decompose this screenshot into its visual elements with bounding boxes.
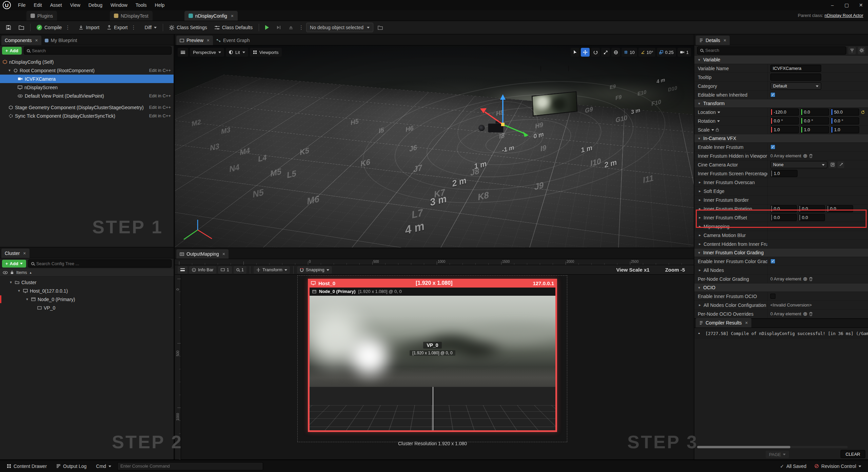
unreal-logo-icon[interactable]: U bbox=[3, 1, 11, 9]
close-icon[interactable]: × bbox=[724, 38, 726, 43]
expander-icon[interactable]: ▸ bbox=[698, 180, 702, 184]
expander-icon[interactable]: ▸ bbox=[698, 242, 702, 246]
monitor-count-button[interactable]: 1 bbox=[218, 266, 232, 274]
menu-asset[interactable]: Asset bbox=[46, 0, 66, 10]
debug-object-dropdown[interactable]: No debug object selected bbox=[306, 23, 373, 32]
tree-row-self[interactable]: nDisplayConfig (Self) bbox=[0, 58, 174, 66]
menu-debug[interactable]: Debug bbox=[85, 0, 106, 10]
expander-icon[interactable]: ▸ bbox=[698, 268, 702, 272]
lit-dropdown[interactable]: Lit bbox=[226, 48, 248, 57]
host-header[interactable]: Host_0 [1.920 x 1.080] 127.0.0.1 bbox=[308, 279, 557, 288]
enable-ocio-checkbox[interactable] bbox=[770, 294, 775, 299]
eject-button[interactable] bbox=[285, 22, 296, 33]
tree-row-vp0[interactable]: VP_0 bbox=[0, 303, 174, 312]
close-tab-icon[interactable]: × bbox=[231, 13, 234, 19]
outputmapping-canvas[interactable]: 0 500 1000 Host_0 [1.920 x 1.080] 127.0.… bbox=[175, 275, 694, 459]
scale-y-field[interactable]: 1.0 bbox=[801, 126, 829, 133]
lock-icon[interactable] bbox=[716, 128, 719, 132]
section-in-camera-vfx[interactable]: ▾In-Camera VFX bbox=[694, 134, 868, 143]
rotation-snap-toggle[interactable]: 10° bbox=[638, 48, 656, 57]
add-cluster-item-button[interactable]: +Add bbox=[2, 260, 26, 268]
page-dropdown[interactable]: PAGE bbox=[766, 451, 789, 458]
tab-my-blueprint[interactable]: My Blueprint bbox=[41, 36, 81, 45]
display-filter-button[interactable] bbox=[848, 47, 856, 54]
om-menu-button[interactable] bbox=[178, 266, 188, 274]
rotation-y-field[interactable]: 0.0 ° bbox=[801, 117, 829, 124]
select-tool[interactable] bbox=[571, 48, 579, 57]
move-tool[interactable] bbox=[581, 48, 590, 57]
close-icon[interactable]: ✕ bbox=[854, 0, 868, 10]
frame-skip-button[interactable] bbox=[273, 22, 284, 33]
chevron-down-icon[interactable] bbox=[717, 120, 720, 123]
edit-in-cpp-link[interactable]: Edit in C++ bbox=[149, 113, 171, 118]
trash-icon[interactable] bbox=[809, 312, 813, 316]
location-y-field[interactable]: 0.0 bbox=[801, 109, 829, 116]
maximize-icon[interactable]: ▢ bbox=[840, 0, 854, 10]
revision-control-button[interactable]: Revision Control bbox=[811, 461, 865, 471]
expander-icon[interactable]: ▾ bbox=[697, 251, 701, 255]
if-offset-x[interactable]: 0.0 bbox=[770, 214, 797, 221]
all-saved-button[interactable]: ✓All Saved bbox=[776, 461, 810, 471]
tab-ndisplaytest[interactable]: NDisplayTest bbox=[110, 11, 153, 21]
eyedropper-button[interactable] bbox=[837, 161, 844, 168]
cine-camera-actor-dropdown[interactable]: None bbox=[770, 161, 827, 168]
expander-icon[interactable]: ▾ bbox=[7, 68, 12, 73]
import-button[interactable]: Import bbox=[76, 22, 102, 33]
enable-color-grading-checkbox[interactable]: ✓ bbox=[770, 259, 775, 264]
details-settings-button[interactable] bbox=[858, 47, 865, 54]
trash-icon[interactable] bbox=[809, 277, 813, 281]
expander-icon[interactable]: ▸ bbox=[698, 198, 702, 202]
section-transform[interactable]: ▾Transform bbox=[694, 99, 868, 108]
expander-icon[interactable]: ▸ bbox=[698, 206, 702, 211]
tree-row-cluster[interactable]: ▾Cluster bbox=[0, 278, 174, 287]
section-ocio[interactable]: ▾OCIO bbox=[694, 283, 868, 292]
rotation-x-field[interactable]: 0.0 ° bbox=[770, 117, 799, 124]
zoom-count-button[interactable]: 1 bbox=[234, 266, 246, 274]
browse-button[interactable] bbox=[16, 22, 27, 33]
tree-row-ndisplayscreen[interactable]: nDisplayScreen bbox=[0, 83, 174, 92]
camera-speed[interactable]: 1 bbox=[677, 48, 691, 57]
chevron-down-icon[interactable] bbox=[717, 112, 720, 115]
rotation-z-field[interactable]: 0.0 ° bbox=[831, 117, 859, 124]
section-variable[interactable]: ▾Variable bbox=[694, 56, 868, 64]
compiler-message[interactable]: • [2727.58] Compile of nDisplayConfig su… bbox=[694, 328, 868, 339]
expander-icon[interactable]: ▸ bbox=[698, 215, 702, 220]
debug-browse-button[interactable] bbox=[375, 22, 386, 33]
tree-row-root-component[interactable]: ▾Root Component (RootComponent)Edit in C… bbox=[0, 66, 174, 75]
expander-icon[interactable]: ▾ bbox=[9, 280, 13, 284]
browse-asset-button[interactable] bbox=[829, 161, 836, 168]
scale-x-field[interactable]: 1.0 bbox=[770, 126, 799, 133]
cluster-items-header[interactable]: Items▴ bbox=[0, 269, 174, 277]
tab-ndisplayconfig[interactable]: nDisplayConfig × bbox=[184, 11, 238, 21]
parent-class-link[interactable]: nDisplay Root Actor bbox=[825, 13, 863, 18]
cluster-search-input[interactable] bbox=[36, 261, 169, 266]
expander-icon[interactable]: ▾ bbox=[697, 136, 701, 141]
scale-snap-toggle[interactable]: 0.25 bbox=[657, 48, 676, 57]
info-bar-toggle[interactable]: Info Bar bbox=[189, 266, 216, 274]
tab-details[interactable]: Details× bbox=[696, 36, 730, 45]
reset-icon[interactable] bbox=[861, 110, 865, 114]
diff-button[interactable]: Diff bbox=[142, 22, 160, 33]
if-offset-y[interactable]: 0.0 bbox=[798, 214, 825, 221]
cmd-dropdown[interactable]: Cmd bbox=[93, 461, 115, 471]
tree-row-node0[interactable]: ▾Node_0 (Primary) bbox=[0, 295, 174, 303]
grid-snap-toggle[interactable]: 10 bbox=[622, 48, 637, 57]
expander-icon[interactable]: ▸ bbox=[698, 233, 702, 237]
tree-row-stage-geometry[interactable]: Stage Geometry Component (DisplayCluster… bbox=[0, 103, 174, 112]
components-search-input[interactable] bbox=[32, 48, 169, 53]
editable-checkbox[interactable]: ✓ bbox=[770, 92, 775, 97]
snapping-dropdown[interactable]: Snapping bbox=[297, 266, 332, 274]
compile-button[interactable]: ✓Compile⋮ bbox=[34, 22, 74, 33]
variable-name-input[interactable] bbox=[770, 65, 821, 72]
section-inner-frustum-color-grading[interactable]: ▾Inner Frustum Color Grading bbox=[694, 249, 868, 257]
class-settings-button[interactable]: Class Settings bbox=[166, 22, 210, 33]
close-icon[interactable]: × bbox=[745, 320, 748, 326]
tree-row-default-view-point[interactable]: Default View Point (DefaultViewPoint)Edi… bbox=[0, 92, 174, 100]
scale-z-field[interactable]: 1.0 bbox=[831, 126, 859, 133]
add-component-button[interactable]: +Add bbox=[2, 47, 22, 55]
node-box[interactable]: Node_0 (Primary) [1.920 x 1.080] @ 0, 0 … bbox=[310, 288, 555, 430]
vp0-label[interactable]: VP_0 [1.920 x 1.080] @ 0, 0 bbox=[310, 342, 555, 356]
expander-icon[interactable]: ▸ bbox=[698, 303, 702, 307]
close-icon[interactable]: × bbox=[222, 251, 225, 257]
viewports-button[interactable]: Viewports bbox=[250, 48, 282, 57]
